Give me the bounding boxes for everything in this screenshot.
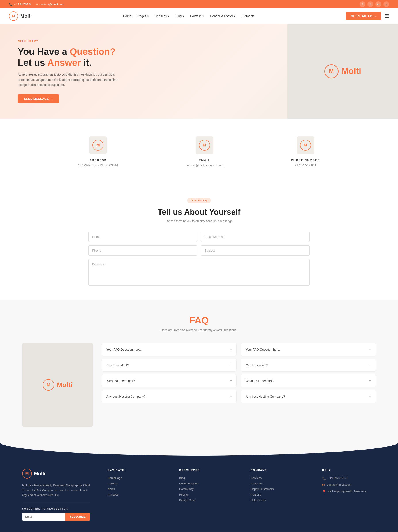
form-section-tag: Don't Be Shy — [187, 198, 211, 203]
hero-highlight1: Question? — [70, 46, 116, 57]
footer-divider — [22, 503, 90, 503]
faq-item[interactable]: What do I need first? + — [102, 374, 237, 387]
faq-title: FAQ — [22, 315, 376, 326]
wave-separator — [0, 442, 398, 456]
name-input[interactable] — [88, 232, 197, 242]
message-textarea[interactable] — [88, 259, 310, 286]
address-icon-box: M — [89, 136, 107, 154]
top-bar-left: 📞 +1 234 567 8 ✉ contact@molti.com — [9, 3, 64, 6]
faq-description: Here are some answers to Frequently Aske… — [22, 328, 376, 332]
navbar: M Molti Home Pages ▾ Services ▾ Blog ▾ P… — [0, 8, 398, 24]
faq-question: Your FAQ Question here. — [106, 348, 141, 351]
faq-question: Can I also do it? — [106, 363, 129, 367]
footer-link-homepage[interactable]: HomePage — [108, 476, 161, 480]
top-bar-phone: 📞 +1 234 567 8 — [9, 3, 31, 6]
twitter-icon[interactable]: t — [367, 1, 373, 7]
nav-menu: Home Pages ▾ Services ▾ Blog ▾ Portfolio… — [123, 14, 254, 18]
nav-blog[interactable]: Blog ▾ — [175, 14, 184, 18]
nav-logo[interactable]: M Molti — [9, 12, 32, 21]
footer-link-help-center[interactable]: Help Center — [250, 498, 304, 502]
faq-item[interactable]: Your FAQ Question here. + — [241, 343, 376, 356]
faq-item[interactable]: Your FAQ Question here. + — [102, 343, 237, 356]
hero-tag: NEED HELP? — [18, 39, 270, 43]
hero-description: At vero eos et accusamus iusto odio dign… — [18, 72, 119, 88]
form-mid-row — [88, 246, 310, 256]
nav-header-footer[interactable]: Header & Footer ▾ — [210, 14, 235, 18]
email-icon-box: M — [196, 136, 213, 154]
footer-link-happy-customers[interactable]: Happy Customers — [250, 487, 304, 491]
address-value: 153 Williamson Plaza, 09514 — [78, 164, 118, 167]
nav-right: GET STARTED → ☰ — [346, 12, 389, 20]
phone-input[interactable] — [88, 246, 197, 256]
footer-navigate-col: NAVIGATE HomePage Careers News Affiliate… — [108, 469, 161, 520]
footer-link-news[interactable]: News — [108, 487, 161, 491]
faq-expand-icon: + — [369, 363, 371, 367]
faq-item[interactable]: Can I also do it? + — [241, 359, 376, 372]
faq-item[interactable]: Any best Hosting Company? + — [241, 390, 376, 403]
faq-expand-icon: + — [369, 347, 371, 352]
email-address-input[interactable] — [201, 232, 310, 242]
email-value: contact@moltiservices.com — [186, 164, 223, 167]
footer-link-pricing[interactable]: Pricing — [179, 493, 233, 496]
nav-home[interactable]: Home — [123, 14, 131, 18]
footer-link-design-case[interactable]: Design Case — [179, 498, 233, 502]
faq-item[interactable]: Any best Hosting Company? + — [102, 390, 237, 403]
footer-help-address: 📍 49 Uniqe Square D, New York, — [322, 490, 376, 494]
nav-portfolio[interactable]: Portfolio ▾ — [190, 14, 204, 18]
footer-top: M Molti Molti is a Professionally Design… — [22, 469, 376, 532]
faq-column-2: Your FAQ Question here. + Can I also do … — [241, 343, 376, 427]
nav-pages[interactable]: Pages ▾ — [137, 14, 149, 18]
hamburger-icon[interactable]: ☰ — [385, 13, 389, 19]
footer-link-affiliates[interactable]: Affiliates — [108, 493, 161, 496]
footer-subscribe-label: SUBSCRIBE TO NEWSLETTER — [22, 507, 90, 510]
get-started-button[interactable]: GET STARTED → — [346, 12, 381, 20]
footer-company-col: COMPANY Services About Us Happy Customer… — [250, 469, 304, 520]
nav-elements[interactable]: Elements — [242, 14, 254, 18]
footer-link-documentation[interactable]: Documentation — [179, 482, 233, 485]
footer-subscribe-button[interactable]: SUBSCRIBE — [65, 513, 90, 520]
contact-card-address: M ADDRESS 153 Williamson Plaza, 09514 — [78, 136, 118, 167]
phone-value: +1 234 567 891 — [291, 164, 320, 167]
faq-logo-name: Molti — [57, 381, 72, 389]
faq-item[interactable]: What do I need first? + — [241, 374, 376, 387]
facebook-icon[interactable]: f — [359, 1, 365, 7]
faq-header: FAQ Here are some answers to Frequently … — [22, 315, 376, 332]
faq-item[interactable]: Can I also do it? + — [102, 359, 237, 372]
footer-link-community[interactable]: Community — [179, 487, 233, 491]
hero-title: You Have a Question? Let us Answer it. — [18, 46, 270, 69]
subject-input[interactable] — [201, 246, 310, 256]
faq-expand-icon: + — [229, 363, 232, 367]
footer-email-input[interactable] — [22, 513, 65, 520]
instagram-icon[interactable]: in — [375, 1, 381, 7]
footer-link-portfolio[interactable]: Portfolio — [250, 493, 304, 496]
email-contact-icon: M — [199, 140, 210, 151]
footer-link-careers[interactable]: Careers — [108, 482, 161, 485]
address-label: ADDRESS — [78, 158, 118, 162]
footer-subscribe-form: SUBSCRIBE — [22, 513, 90, 520]
contact-info-section: M ADDRESS 153 Williamson Plaza, 09514 M … — [0, 119, 398, 185]
footer-link-about-us[interactable]: About Us — [250, 482, 304, 485]
footer-help-email: ✉ contact@molti.com — [322, 483, 376, 487]
footer-navigate-title: NAVIGATE — [108, 469, 161, 472]
pinterest-icon[interactable]: p — [383, 1, 389, 7]
faq-question: What do I need first? — [246, 379, 274, 383]
footer-resources-title: RESOURCES — [179, 469, 233, 472]
footer-link-blog[interactable]: Blog — [179, 476, 233, 480]
logo-name: Molti — [20, 13, 32, 19]
footer-brand-description: Molti is a Professionally Designed Multi… — [22, 483, 90, 498]
hero-section: NEED HELP? You Have a Question? Let us A… — [0, 24, 398, 119]
footer-link-services[interactable]: Services — [250, 476, 304, 480]
nav-services[interactable]: Services ▾ — [155, 14, 169, 18]
faq-expand-icon: + — [369, 379, 371, 383]
faq-question: What do I need first? — [106, 379, 135, 383]
phone-icon: 📞 — [9, 3, 12, 6]
address-icon: M — [92, 140, 104, 151]
footer-email-icon: ✉ — [322, 483, 325, 487]
email-label: EMAIL — [186, 158, 223, 162]
send-message-button[interactable]: SEND MESSAGE → — [18, 94, 59, 103]
hero-logo: M Molti — [324, 64, 361, 78]
top-bar-email: ✉ contact@molti.com — [36, 3, 64, 6]
logo-icon: M — [9, 12, 18, 21]
faq-body: M Molti Your FAQ Question here. + Can I … — [22, 343, 376, 427]
faq-question: Your FAQ Question here. — [246, 348, 280, 351]
